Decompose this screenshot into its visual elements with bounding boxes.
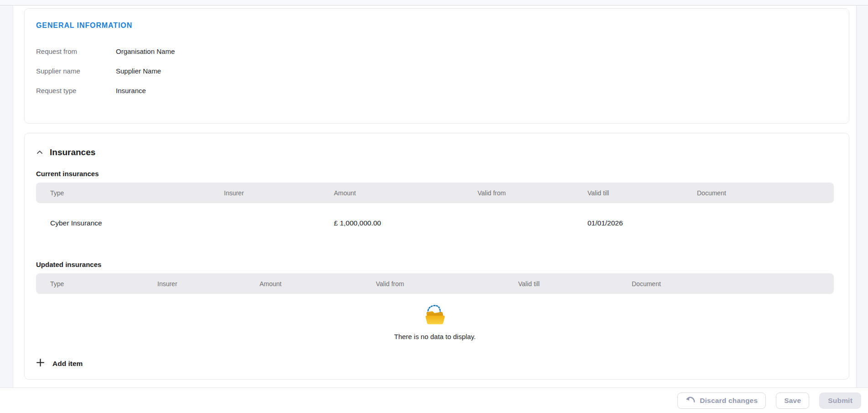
- general-information-fields: Request from Organisation Name Supplier …: [36, 47, 837, 95]
- submit-label: Submit: [828, 397, 852, 405]
- current-insurances-table: Type Insurer Amount Valid from Valid til…: [36, 183, 834, 249]
- insurances-section-title: Insurances: [50, 147, 95, 157]
- column-header-document: Document: [632, 280, 834, 288]
- column-header-insurer: Insurer: [157, 280, 260, 288]
- table-header-row: Type Insurer Amount Valid from Valid til…: [36, 273, 834, 294]
- open-folder-icon: [423, 319, 447, 327]
- column-header-valid-till: Valid till: [587, 189, 697, 197]
- table-row[interactable]: Cyber Insurance £ 1,000,000.00 01/01/202…: [36, 203, 834, 249]
- column-header-insurer: Insurer: [224, 189, 334, 197]
- cell-valid-from: [478, 219, 587, 228]
- table-header-row: Type Insurer Amount Valid from Valid til…: [36, 183, 834, 203]
- empty-state: There is no data to display.: [36, 303, 834, 340]
- cell-type: Cyber Insurance: [36, 219, 224, 228]
- cell-document: [697, 219, 834, 228]
- cell-valid-till: 01/01/2026: [587, 219, 697, 228]
- main-content: GENERAL INFORMATION Request from Organis…: [14, 5, 856, 387]
- save-label: Save: [784, 397, 801, 405]
- empty-state-text: There is no data to display.: [36, 333, 834, 340]
- add-item-label: Add item: [52, 360, 83, 368]
- field-row-supplier-name: Supplier name Supplier Name: [36, 67, 837, 76]
- column-header-valid-from: Valid from: [376, 280, 518, 288]
- column-header-valid-till: Valid till: [518, 280, 632, 288]
- insurances-section-toggle[interactable]: Insurances: [36, 147, 837, 158]
- field-row-request-type: Request type Insurance: [36, 86, 837, 95]
- save-button[interactable]: Save: [776, 392, 809, 409]
- column-header-amount: Amount: [334, 189, 478, 197]
- column-header-document: Document: [697, 189, 834, 197]
- left-gutter: [0, 5, 13, 387]
- chevron-up-icon[interactable]: [36, 149, 43, 156]
- field-label: Request from: [36, 47, 116, 56]
- field-value: Organisation Name: [116, 47, 175, 56]
- insurances-card: Insurances Current insurances Type Insur…: [24, 133, 849, 380]
- discard-changes-button[interactable]: Discard changes: [677, 392, 766, 409]
- column-header-type: Type: [36, 189, 224, 197]
- plus-icon: [36, 358, 45, 369]
- field-value: Insurance: [116, 86, 146, 95]
- discard-changes-label: Discard changes: [700, 397, 758, 405]
- updated-insurances-title: Updated insurances: [36, 261, 837, 269]
- general-information-title: GENERAL INFORMATION: [36, 21, 837, 30]
- submit-button[interactable]: Submit: [819, 392, 861, 409]
- column-header-amount: Amount: [260, 280, 376, 288]
- column-header-type: Type: [36, 280, 157, 288]
- field-row-request-from: Request from Organisation Name: [36, 47, 837, 56]
- footer-action-bar: Discard changes Save Submit: [0, 387, 868, 413]
- undo-icon: [686, 396, 696, 405]
- field-value: Supplier Name: [116, 67, 161, 76]
- cell-insurer: [224, 219, 334, 228]
- current-insurances-title: Current insurances: [36, 170, 837, 178]
- add-item-button[interactable]: Add item: [36, 358, 83, 369]
- field-label: Supplier name: [36, 67, 116, 76]
- updated-insurances-table: Type Insurer Amount Valid from Valid til…: [36, 273, 834, 340]
- right-gutter: [856, 5, 868, 387]
- cell-amount: £ 1,000,000.00: [334, 219, 478, 228]
- column-header-valid-from: Valid from: [478, 189, 587, 197]
- top-bar-edge: [0, 0, 868, 5]
- field-label: Request type: [36, 86, 116, 95]
- general-information-card: GENERAL INFORMATION Request from Organis…: [24, 8, 849, 124]
